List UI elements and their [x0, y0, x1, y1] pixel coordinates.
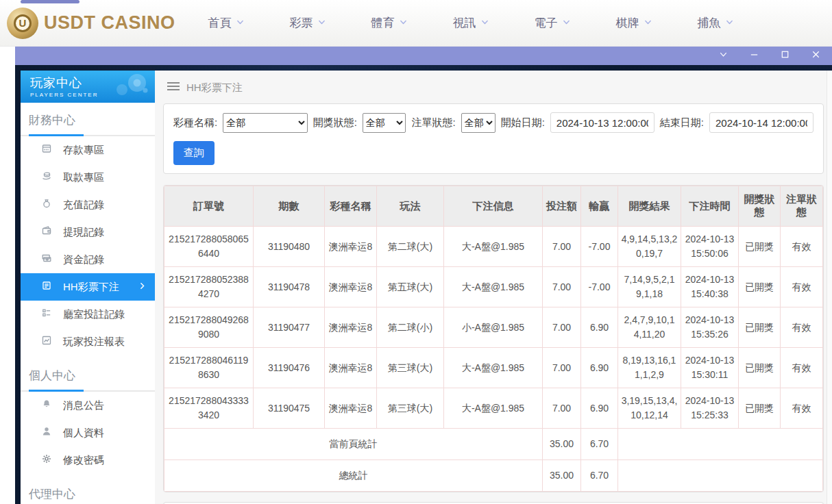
- chevron-down-icon: [399, 17, 408, 29]
- total-summary-label: 總統計: [164, 460, 543, 492]
- sidebar: 玩家中心 PLAYERS CENTER 財務中心存款專區取款專區充值記錄提現記錄…: [21, 71, 155, 504]
- nav-item-label: 捕魚: [698, 15, 721, 31]
- table-cell: 31190478: [254, 267, 325, 307]
- window-close-button[interactable]: [811, 49, 821, 62]
- table-row[interactable]: 215217288058065644031190480澳洲幸运8第二球(大)大-…: [164, 227, 823, 267]
- table-cell: -7.00: [581, 227, 618, 267]
- sidebar-header: 玩家中心 PLAYERS CENTER: [21, 71, 155, 103]
- sidebar-item-0-4[interactable]: 資金記錄: [21, 246, 155, 273]
- table-cell: 大-A盤@1.985: [444, 227, 543, 267]
- draw-status-select[interactable]: 全部: [363, 113, 406, 133]
- nav-item-label: 視訊: [453, 15, 476, 31]
- sidebar-item-label: HH彩票下注: [63, 281, 119, 294]
- table-cell: 有效: [781, 267, 823, 307]
- sidebar-item-label: 取款專區: [63, 171, 104, 184]
- nav-item-3[interactable]: 視訊: [453, 15, 489, 31]
- table-cell: 小-A盤@1.985: [444, 307, 543, 348]
- nav-item-4[interactable]: 電子: [535, 15, 571, 31]
- sidebar-item-0-1[interactable]: 取款專區: [21, 164, 155, 191]
- table-cell: 2024-10-13 15:25:33: [681, 388, 739, 429]
- sidebar-item-0-0[interactable]: 存款專區: [21, 136, 155, 164]
- sidebar-item-1-1[interactable]: 個人資料: [21, 419, 155, 446]
- sidebar-item-1-0[interactable]: 消息公告: [21, 392, 155, 419]
- card-machine-icon: [41, 143, 52, 157]
- table-cell: 澳洲幸运8: [325, 307, 377, 348]
- table-cell: 有效: [781, 348, 823, 388]
- window-maximize-button[interactable]: [780, 49, 790, 62]
- money-bag-icon: [41, 198, 52, 212]
- table-cell: 7.00: [543, 227, 581, 267]
- table-cell: 2,4,7,9,10,14,11,20: [618, 307, 681, 348]
- table-cell: 3,19,15,13,4,10,12,14: [618, 388, 681, 429]
- nav-item-6[interactable]: 捕魚: [698, 15, 734, 31]
- window-chevron-button[interactable]: [718, 49, 729, 62]
- maximize-icon: [780, 49, 790, 62]
- table-cell: 第二球(大): [377, 227, 444, 267]
- nav-item-2[interactable]: 體育: [371, 15, 408, 31]
- brand-logo[interactable]: U USDT CASINO: [7, 8, 175, 39]
- start-date-label: 開始日期:: [501, 116, 545, 129]
- table-cell: 31190475: [254, 388, 325, 429]
- table-cell: 有效: [781, 227, 823, 267]
- brand-name: USDT CASINO: [44, 12, 175, 34]
- sidebar-item-0-7[interactable]: 玩家投注報表: [21, 328, 155, 355]
- total-summary-bet: 35.00: [543, 460, 581, 492]
- start-date-input[interactable]: [550, 112, 654, 133]
- sidebar-item-1-2[interactable]: 修改密碼: [21, 446, 155, 474]
- scrollbar-gutter: [827, 71, 832, 504]
- chevron-right-icon: [138, 281, 147, 293]
- hamburger-icon[interactable]: [167, 81, 180, 94]
- page-summary-winloss: 6.70: [581, 429, 618, 460]
- lottery-name-select[interactable]: 全部: [223, 113, 308, 133]
- nav-item-label: 首頁: [208, 15, 232, 31]
- column-header: 注單狀態: [781, 186, 823, 227]
- sidebar-section-1: 個人中心消息公告個人資料修改密碼: [21, 355, 155, 474]
- table-cell: 2024-10-13 15:40:38: [681, 267, 739, 307]
- table-cell: 第三球(大): [377, 388, 444, 429]
- table-cell: 7.00: [543, 348, 581, 388]
- window-minimize-button[interactable]: [749, 49, 759, 62]
- chevron-down-icon: [725, 17, 734, 29]
- sidebar-item-0-6[interactable]: 廳室投註記錄: [21, 301, 155, 328]
- sidebar-item-label: 玩家投注報表: [63, 336, 125, 349]
- table-cell: 2152172880492689080: [164, 307, 254, 348]
- nav-item-5[interactable]: 棋牌: [616, 15, 652, 31]
- table-cell: 8,19,13,16,11,1,2,9: [618, 348, 681, 388]
- sidebar-item-0-3[interactable]: 提現記錄: [21, 218, 155, 246]
- table-cell: 31190477: [254, 307, 325, 348]
- search-button[interactable]: 查詢: [173, 141, 215, 165]
- table-cell: 31190480: [254, 227, 325, 267]
- table-cell: 2152172880580656440: [164, 227, 254, 267]
- total-summary-row: 總統計35.006.70: [164, 460, 823, 492]
- table-cell: 澳洲幸运8: [325, 348, 377, 388]
- sidebar-item-label: 消息公告: [63, 399, 104, 412]
- order-status-select[interactable]: 全部: [461, 113, 495, 133]
- page-summary-bet: 35.00: [543, 429, 581, 460]
- sidebar-item-label: 個人資料: [63, 427, 104, 440]
- chevron-down-icon: [718, 49, 729, 62]
- page-summary-label: 當前頁統計: [164, 429, 543, 460]
- nav-item-label: 電子: [535, 15, 558, 31]
- table-cell: 6.90: [581, 388, 618, 429]
- sidebar-item-0-2[interactable]: 充值記錄: [21, 191, 155, 218]
- nav-item-label: 棋牌: [616, 15, 639, 31]
- gear-icon: [41, 453, 52, 467]
- table-cell: 2024-10-13 15:50:06: [681, 227, 739, 267]
- nav-item-0[interactable]: 首頁: [208, 15, 245, 31]
- end-date-label: 結束日期:: [660, 116, 704, 129]
- end-date-input[interactable]: [709, 112, 813, 133]
- table-row[interactable]: 215217288043333342031190475澳洲幸运8第三球(大)大-…: [164, 388, 823, 429]
- column-header: 期數: [254, 186, 325, 227]
- table-row[interactable]: 215217288046119863031190476澳洲幸运8第三球(大)大-…: [164, 348, 823, 388]
- nav-item-1[interactable]: 彩票: [290, 15, 326, 31]
- table-header-row: 訂單號期數彩種名稱玩法下注信息投注額輸贏開獎結果下注時間開獎狀態注單狀態: [164, 186, 823, 227]
- bets-table: 訂單號期數彩種名稱玩法下注信息投注額輸贏開獎結果下注時間開獎狀態注單狀態2152…: [164, 186, 823, 492]
- table-cell: 6.90: [581, 348, 618, 388]
- section-divider: [21, 135, 155, 136]
- table-cell: 澳洲幸运8: [325, 227, 377, 267]
- column-header: 開獎狀態: [739, 186, 781, 227]
- table-row[interactable]: 215217288049268908031190477澳洲幸运8第二球(小)小-…: [164, 307, 823, 348]
- table-row[interactable]: 215217288052388427031190478澳洲幸运8第五球(大)大-…: [164, 267, 823, 307]
- sidebar-item-0-5[interactable]: HH彩票下注: [21, 273, 155, 301]
- breadcrumb: HH彩票下注: [163, 76, 824, 99]
